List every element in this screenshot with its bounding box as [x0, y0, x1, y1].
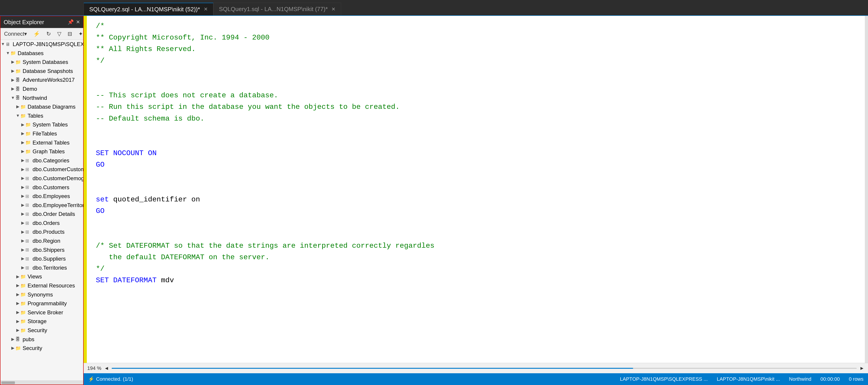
expand-synonyms[interactable]: ▶: [16, 292, 20, 298]
zoom-increase-btn[interactable]: ►: [860, 365, 864, 371]
expand-dbdiag[interactable]: ▶: [16, 104, 20, 109]
expand-territories[interactable]: ▶: [20, 265, 25, 271]
tree-item-security-server[interactable]: ▶ 📁 Security: [0, 344, 83, 353]
tree-item-server[interactable]: ▼ 🖥 LAPTOP-J8N1QMSP\SQLEXPRESS (SQL Serv…: [0, 40, 83, 49]
table-icon: ⊞: [25, 175, 32, 181]
sidebar-scrollbar[interactable]: [0, 381, 83, 385]
tree-item-customerdemographics[interactable]: ▶ ⊞ dbo.CustomerDemographics: [0, 174, 83, 183]
table-icon: ⊞: [25, 256, 32, 262]
tree-item-security-northwind[interactable]: ▶ 📁 Security: [0, 326, 83, 335]
expand-security-srv[interactable]: ▶: [10, 345, 16, 351]
tab-sqlquery2[interactable]: SQLQuery2.sql - LA...N1QMSP\nikit (52))*…: [84, 3, 213, 15]
expand-et[interactable]: ▶: [20, 202, 25, 208]
expand-od[interactable]: ▶: [20, 211, 25, 217]
connect-button[interactable]: Connect▾: [3, 30, 28, 37]
tree-item-external-resources[interactable]: ▶ 📁 External Resources: [0, 281, 83, 290]
expand-storage[interactable]: ▶: [16, 319, 20, 324]
expand-demo[interactable]: ▶: [10, 86, 16, 92]
tree-item-adventureworks[interactable]: ▶ 🗄 AdventureWorks2017: [0, 75, 83, 84]
tree-item-graph-tables[interactable]: ▶ 📁 Graph Tables: [0, 147, 83, 156]
tree-item-service-broker[interactable]: ▶ 📁 Service Broker: [0, 308, 83, 317]
tab-sqlquery1[interactable]: SQLQuery1.sql - LA...N1QMSP\nikit (77)* …: [213, 3, 341, 15]
collapse-button[interactable]: ⊟: [66, 30, 73, 37]
expand-ext-tables[interactable]: ▶: [20, 140, 25, 145]
tree-item-db-diagrams[interactable]: ▶ 📁 Database Diagrams: [0, 102, 83, 111]
expand-security-nw[interactable]: ▶: [16, 327, 20, 333]
tree-item-employeeterritories[interactable]: ▶ ⊞ dbo.EmployeeTerritories: [0, 201, 83, 210]
expand-pubs[interactable]: ▶: [10, 337, 16, 342]
tree-item-territories[interactable]: ▶ ⊞ dbo.Territories: [0, 263, 83, 272]
code-line: [96, 67, 856, 78]
code-line: -- Default schema is dbo.: [96, 113, 856, 125]
tree-item-views[interactable]: ▶ 📁 Views: [0, 272, 83, 281]
expand-views[interactable]: ▶: [16, 274, 20, 280]
expand-northwind[interactable]: ▼: [10, 95, 16, 101]
tree-item-shippers[interactable]: ▶ ⊞ dbo.Shippers: [0, 245, 83, 254]
code-line: set quoted_identifier on: [96, 194, 856, 205]
expand-region[interactable]: ▶: [20, 238, 25, 244]
tree-item-orders[interactable]: ▶ ⊞ dbo.Orders: [0, 218, 83, 228]
synonyms-label: Synonyms: [28, 291, 53, 299]
expand-suppliers[interactable]: ▶: [20, 256, 25, 261]
expand-sb[interactable]: ▶: [16, 310, 20, 315]
filter-button[interactable]: ▽: [56, 30, 63, 37]
tree-item-suppliers[interactable]: ▶ ⊞ dbo.Suppliers: [0, 254, 83, 263]
tree-item-programmability[interactable]: ▶ 📁 Programmability: [0, 299, 83, 308]
tree-item-databases[interactable]: ▼ 📁 Databases: [0, 49, 83, 58]
tree-item-tables[interactable]: ▼ 📁 Tables: [0, 111, 83, 120]
tree-item-employees[interactable]: ▶ ⊞ dbo.Employees: [0, 192, 83, 201]
tree-item-orderdetails[interactable]: ▶ ⊞ dbo.Order Details: [0, 210, 83, 218]
code-line: ** Copyright Microsoft, Inc. 1994 - 2000: [96, 32, 856, 43]
folder-icon: 📁: [25, 139, 32, 146]
expand-shippers[interactable]: ▶: [20, 247, 25, 253]
tree-item-categories[interactable]: ▶ ⊞ dbo.Categories: [0, 156, 83, 165]
expand-server[interactable]: ▼: [0, 41, 5, 47]
close-icon[interactable]: ✕: [76, 19, 80, 25]
zoom-slider[interactable]: [112, 368, 857, 369]
expand-employees[interactable]: ▶: [20, 193, 25, 199]
territories-label: dbo.Territories: [33, 264, 67, 272]
status-server: LAPTOP-J8N1QMSP\SQLEXPRESS ...: [620, 376, 708, 382]
expand-categories[interactable]: ▶: [20, 158, 25, 163]
expand-ext-res[interactable]: ▶: [16, 283, 20, 288]
refresh-button[interactable]: ↻: [45, 30, 52, 37]
tree-item-region[interactable]: ▶ ⊞ dbo.Region: [0, 237, 83, 245]
tree-item-system-tables[interactable]: ▶ 📁 System Tables: [0, 120, 83, 129]
expand-filetables[interactable]: ▶: [20, 131, 25, 136]
zoom-decrease-btn[interactable]: ◄: [104, 365, 109, 371]
more-button[interactable]: ✦: [77, 30, 84, 37]
tree-item-filetables[interactable]: ▶ 📁 FileTables: [0, 129, 83, 138]
expand-orders[interactable]: ▶: [20, 220, 25, 226]
expand-graph-tables[interactable]: ▶: [20, 148, 25, 154]
expand-aw[interactable]: ▶: [10, 77, 16, 83]
disconnect-button[interactable]: ⚡: [32, 30, 41, 37]
tab-close-btn[interactable]: ✕: [331, 6, 336, 12]
expand-customers[interactable]: ▶: [20, 184, 25, 190]
tab-close-btn[interactable]: ✕: [204, 6, 208, 12]
scrollbar-thumb[interactable]: [1, 381, 15, 384]
expand-tables[interactable]: ▼: [16, 113, 20, 118]
tree-item-demo[interactable]: ▶ 🗄 Demo: [0, 84, 83, 94]
expand-sys-tables[interactable]: ▶: [20, 122, 25, 128]
tree-item-db-snapshots[interactable]: ▶ 📁 Database Snapshots: [0, 67, 83, 76]
expand-cd[interactable]: ▶: [20, 175, 25, 181]
expand-ccd[interactable]: ▶: [20, 167, 25, 172]
tree-item-products[interactable]: ▶ ⊞ dbo.Products: [0, 228, 83, 237]
tree-item-storage[interactable]: ▶ 📁 Storage: [0, 317, 83, 326]
shippers-label: dbo.Shippers: [33, 246, 64, 254]
expand-databases[interactable]: ▼: [5, 50, 10, 56]
pin-icon[interactable]: 📌: [68, 19, 74, 25]
tree-item-customers[interactable]: ▶ ⊞ dbo.Customers: [0, 183, 83, 192]
tree-item-pubs[interactable]: ▶ 🗄 pubs: [0, 335, 83, 344]
tree-item-northwind[interactable]: ▼ 🗄 Northwind: [0, 94, 83, 103]
code-editor[interactable]: /* ** Copyright Microsoft, Inc. 1994 - 2…: [87, 16, 865, 363]
expand-db-snap[interactable]: ▶: [10, 68, 16, 74]
tree-item-external-tables[interactable]: ▶ 📁 External Tables: [0, 138, 83, 147]
expand-prog[interactable]: ▶: [16, 301, 20, 306]
right-scrollbar[interactable]: [865, 16, 868, 363]
expand-system-db[interactable]: ▶: [10, 59, 16, 65]
tree-item-system-databases[interactable]: ▶ 📁 System Databases: [0, 58, 83, 67]
tree-item-synonyms[interactable]: ▶ 📁 Synonyms: [0, 290, 83, 299]
expand-products[interactable]: ▶: [20, 229, 25, 235]
tree-item-customercustomerdemo[interactable]: ▶ ⊞ dbo.CustomerCustomerDemo: [0, 165, 83, 174]
